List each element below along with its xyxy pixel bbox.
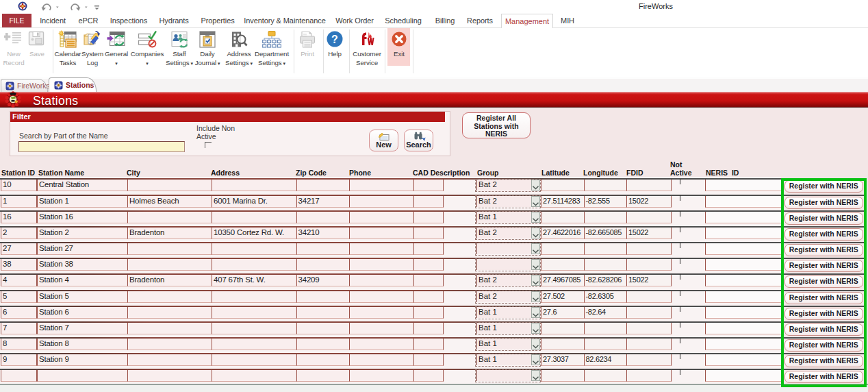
svg-text:?: ? bbox=[331, 34, 338, 45]
